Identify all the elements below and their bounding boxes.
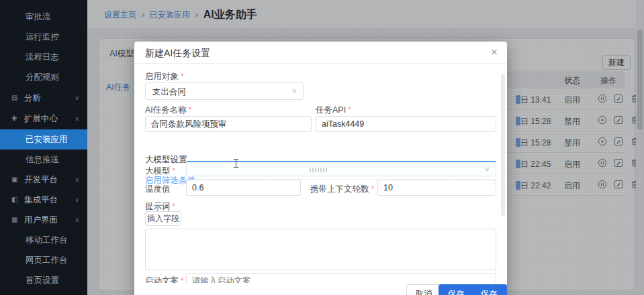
sidebar-item-approval-flow[interactable]: 审批流	[0, 7, 87, 27]
modal-header: 新建AI任务设置 ×	[134, 42, 507, 64]
sidebar-item-mobile-workbench[interactable]: 移动工作台	[0, 230, 87, 250]
model-label: 大模型	[145, 166, 175, 177]
temperature-label: 温度值	[145, 184, 171, 195]
chevron-down-icon: ∨	[291, 87, 297, 94]
modal-scrollbar-thumb[interactable]	[501, 74, 505, 216]
save-button[interactable]: 保存	[439, 284, 473, 295]
enable-object-label: 启用对象	[145, 71, 184, 82]
chevron-up-icon: ∧	[75, 109, 79, 129]
context-rounds-input[interactable]	[377, 180, 496, 196]
chevron-down-icon: ∨	[75, 170, 79, 190]
task-name-input[interactable]	[145, 116, 312, 132]
task-api-input[interactable]	[316, 116, 496, 132]
sidebar-group-dev-platform[interactable]: ▣ 开发平台 ∨	[0, 170, 87, 190]
chevron-down-icon: ∨	[484, 166, 490, 172]
task-api-label: 任务API	[316, 105, 351, 116]
modal-footer: 取消 保存 保存并启用	[134, 283, 507, 295]
sidebar-group-analysis[interactable]: ▤ 分析 ∨	[0, 88, 87, 108]
sidebar-item-installed-apps[interactable]: 已安装应用	[0, 129, 87, 150]
integration-platform-icon: ◧	[11, 190, 21, 210]
prompt-textarea[interactable]	[145, 229, 496, 270]
sidebar-item-assign-rules[interactable]: 分配规则	[0, 67, 87, 87]
sidebar-group-extension-center[interactable]: ✚ 扩展中心 ∧	[0, 109, 87, 129]
text-cursor-icon	[233, 159, 239, 168]
dev-platform-icon: ▣	[11, 170, 21, 190]
sidebar-item-process-log[interactable]: 流程日志	[0, 47, 87, 67]
model-section-label: 大模型设置	[145, 154, 187, 166]
app-window: 审批流 运行监控 流程日志 分配规则 ▤ 分析 ∨ ✚ 扩展中心 ∧ 已安装应用…	[0, 0, 644, 295]
modal-title: 新建AI任务设置	[145, 48, 210, 60]
close-icon[interactable]: ×	[491, 46, 498, 59]
save-and-enable-button[interactable]: 保存并启用	[471, 284, 507, 295]
chevron-down-icon: ∨	[75, 190, 79, 210]
new-ai-task-modal: 新建AI任务设置 × 启用对象 支出合同 ∨ AI任务名称 任务API 启用筛选…	[134, 42, 507, 295]
sidebar-item-message-push[interactable]: 信息推送	[0, 150, 87, 170]
analysis-icon: ▤	[11, 88, 21, 108]
sidebar-group-user-interface[interactable]: ▦ 用户界面 ∧	[0, 210, 87, 230]
user-interface-icon: ▦	[11, 210, 21, 230]
temperature-input[interactable]	[186, 180, 301, 196]
sidebar-item-web-workbench[interactable]: 网页工作台	[0, 250, 87, 270]
cancel-button[interactable]: 取消	[406, 284, 441, 295]
chevron-down-icon: ∨	[75, 88, 79, 108]
sidebar-item-truncated[interactable]	[0, 0, 87, 7]
model-select-loading-text	[310, 168, 327, 172]
chevron-up-icon: ∧	[75, 210, 79, 230]
sidebar-item-homepage-settings[interactable]: 首页设置	[0, 270, 87, 290]
sidebar-item-run-monitor[interactable]: 运行监控	[0, 27, 87, 47]
insert-field-button[interactable]: 插入字段	[145, 211, 181, 226]
sidebar-group-integration-platform[interactable]: ◧ 集成平台 ∨	[0, 190, 87, 210]
task-name-label: AI任务名称	[145, 105, 191, 116]
sidebar: 审批流 运行监控 流程日志 分配规则 ▤ 分析 ∨ ✚ 扩展中心 ∧ 已安装应用…	[0, 0, 87, 295]
context-rounds-label: 携带上下文轮数	[310, 184, 374, 195]
enable-object-select[interactable]: 支出合同 ∨	[145, 82, 304, 100]
extension-center-icon: ✚	[11, 109, 21, 129]
enable-object-value: 支出合同	[152, 86, 186, 98]
